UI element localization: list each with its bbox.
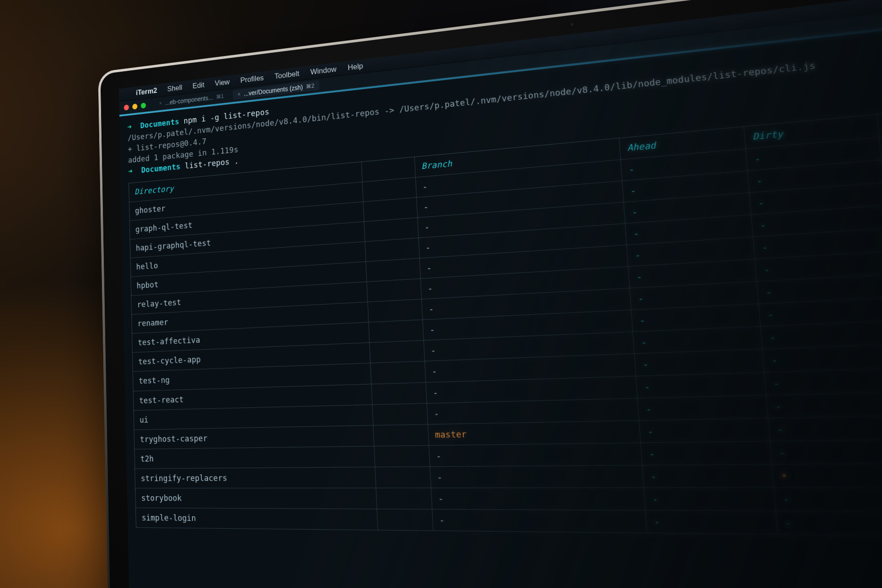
menu-profiles[interactable]: Profiles (240, 74, 264, 85)
cell-branch: - (431, 488, 645, 510)
cell-index (368, 320, 424, 343)
photo-frame: iTerm2 Shell Edit View Profiles Toolbelt… (0, 0, 882, 588)
tab-shortcut: ⌘1 (216, 93, 224, 100)
cell-index (373, 424, 429, 446)
tab-shortcut: ⌘2 (306, 83, 314, 90)
table-row: simple-login----- (136, 508, 882, 539)
cell-directory: stringify-replacers (135, 467, 376, 488)
prompt-cwd: Documents (141, 162, 181, 175)
close-icon[interactable] (124, 104, 129, 110)
cell-index (371, 382, 426, 405)
cell-ahead: - (634, 349, 764, 376)
cell-index (367, 279, 421, 302)
cell-ahead: - (636, 372, 766, 398)
cell-index (376, 488, 432, 509)
cell-dirty: - (770, 439, 882, 464)
cell-ahead: - (645, 510, 778, 535)
screen: iTerm2 Shell Edit View Profiles Toolbelt… (119, 0, 882, 588)
menu-window[interactable]: Window (310, 65, 336, 77)
cell-ahead: - (638, 395, 768, 420)
tab-close-icon[interactable]: × (159, 100, 162, 107)
cell-index (372, 403, 428, 425)
zoom-icon[interactable] (141, 102, 146, 108)
cell-ahead: - (639, 418, 770, 443)
cell-index (370, 362, 425, 384)
cell-ahead: - (644, 487, 775, 511)
menu-edit[interactable]: Edit (192, 81, 204, 91)
cell-dirty: - (766, 391, 882, 418)
prompt-arrow-icon: ➜ (128, 166, 141, 176)
prompt-arrow-icon: ➜ (127, 121, 140, 131)
menu-shell[interactable]: Shell (167, 83, 182, 93)
menu-help[interactable]: Help (348, 62, 363, 73)
cell-ahead: - (642, 464, 774, 488)
cell-dirty: - (762, 345, 882, 372)
cell-index (374, 445, 430, 467)
laptop: iTerm2 Shell Edit View Profiles Toolbelt… (98, 0, 882, 588)
cell-branch: master (428, 420, 641, 446)
minimize-icon[interactable] (132, 103, 137, 109)
cell-dirty: - (764, 368, 882, 395)
menu-toolbelt[interactable]: Toolbelt (274, 69, 300, 81)
cell-ahead: - (641, 441, 772, 465)
cell-index (369, 340, 424, 363)
cell-directory: tryghost-casper (134, 425, 374, 449)
cell-directory: simple-login (136, 508, 378, 531)
cell-index (366, 258, 420, 282)
tab-close-icon[interactable]: × (237, 91, 241, 97)
cell-dirty: - (774, 487, 882, 512)
cell-dirty: - (776, 511, 882, 536)
cell-dirty: - (768, 415, 882, 441)
cell-index (375, 467, 431, 488)
cell-directory: storybook (135, 488, 377, 509)
cell-branch: - (427, 398, 639, 424)
cell-directory: t2h (135, 446, 375, 469)
cell-branch: - (429, 443, 642, 467)
cell-branch: - (432, 509, 647, 533)
traffic-lights (124, 102, 146, 110)
tab-title: ...eb-components... (165, 94, 213, 106)
cell-branch: - (430, 465, 644, 488)
laptop-bezel: iTerm2 Shell Edit View Profiles Toolbelt… (98, 0, 882, 588)
cell-index (365, 238, 419, 262)
cell-index (377, 509, 433, 531)
menu-view[interactable]: View (215, 78, 230, 88)
cell-dirty: • (772, 463, 882, 487)
menubar-app-name[interactable]: iTerm2 (136, 86, 158, 97)
cell-index (368, 299, 422, 322)
